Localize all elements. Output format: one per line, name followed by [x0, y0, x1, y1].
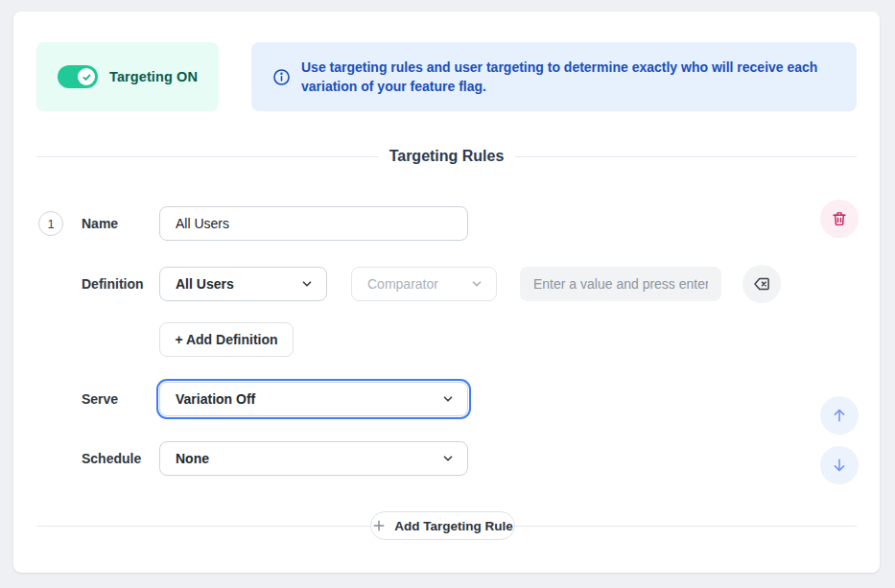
- delete-rule-button[interactable]: [820, 200, 859, 238]
- info-banner: Use targeting rules and user targeting t…: [251, 42, 857, 111]
- attribute-select-value: All Users: [176, 276, 234, 292]
- section-header: Targeting Rules: [36, 145, 857, 168]
- divider-right: [515, 156, 857, 157]
- arrow-up-icon: [830, 406, 849, 425]
- add-definition-button[interactable]: + Add Definition: [159, 322, 294, 357]
- chevron-down-icon: [470, 277, 483, 291]
- serve-label: Serve: [82, 390, 118, 408]
- backspace-icon: [752, 274, 771, 294]
- section-title: Targeting Rules: [389, 148, 505, 165]
- name-label: Name: [82, 215, 118, 232]
- plus-icon: [372, 519, 386, 532]
- chevron-down-icon: [300, 277, 314, 291]
- targeting-toggle-label: Targeting ON: [109, 69, 198, 84]
- rule-number-badge: 1: [38, 211, 63, 236]
- definition-label: Definition: [82, 275, 144, 293]
- toggle-knob: [78, 68, 95, 85]
- divider-left: [36, 156, 378, 157]
- check-icon: [82, 72, 92, 82]
- add-definition-label: + Add Definition: [175, 332, 277, 347]
- move-rule-up-button[interactable]: [820, 396, 859, 435]
- targeting-card: Targeting ON Use targeting rules and use…: [13, 12, 880, 573]
- clear-definition-button[interactable]: [742, 265, 781, 303]
- schedule-select[interactable]: None: [159, 441, 468, 476]
- arrow-down-icon: [830, 456, 849, 475]
- trash-icon: [831, 210, 848, 227]
- add-targeting-rule-button[interactable]: Add Targeting Rule: [370, 511, 515, 540]
- attribute-select[interactable]: All Users: [159, 267, 327, 301]
- comparator-select[interactable]: Comparator: [351, 267, 497, 301]
- rule-name-input[interactable]: [159, 206, 468, 241]
- chevron-down-icon: [441, 392, 455, 406]
- definition-value-input[interactable]: [520, 267, 721, 301]
- targeting-toggle-panel: Targeting ON: [36, 42, 219, 111]
- schedule-label: Schedule: [82, 450, 141, 467]
- schedule-select-value: None: [176, 451, 209, 466]
- serve-select[interactable]: Variation Off: [159, 382, 468, 416]
- move-rule-down-button[interactable]: [820, 446, 859, 484]
- chevron-down-icon: [441, 452, 455, 465]
- info-circle-icon: [272, 68, 291, 86]
- add-targeting-rule-label: Add Targeting Rule: [394, 519, 513, 533]
- info-banner-text: Use targeting rules and user targeting t…: [301, 58, 834, 96]
- serve-select-value: Variation Off: [176, 391, 255, 407]
- comparator-select-placeholder: Comparator: [367, 276, 438, 292]
- targeting-toggle[interactable]: [58, 65, 98, 88]
